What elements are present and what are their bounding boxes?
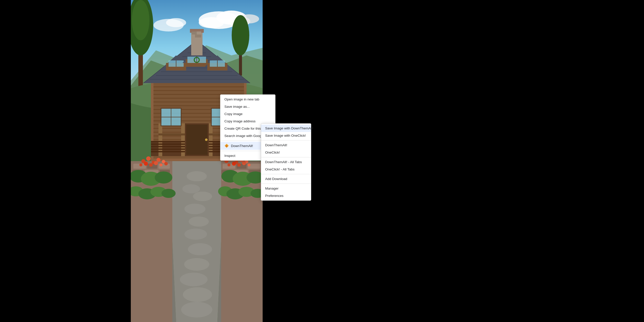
manager-item[interactable]: Manager [261,185,311,192]
copy-image-address-label: Copy image address [224,119,256,123]
secondary-divider-1 [261,140,311,140]
svg-point-144 [232,162,236,166]
left-panel [0,0,131,322]
open-image-new-tab-label: Open image in new tab [224,97,259,101]
page-wrapper: Open image in new tab Save image as... C… [0,0,644,322]
downthemall-all-tabs-item[interactable]: DownThemAll! - All Tabs [261,158,311,166]
svg-rect-69 [191,34,195,38]
svg-point-147 [248,163,251,166]
svg-point-146 [242,161,246,165]
svg-point-99 [184,204,206,214]
save-image-oneclick-label: Save Image with OneClick! [265,134,306,137]
svg-point-130 [156,158,160,162]
svg-point-92 [205,138,208,141]
svg-point-13 [132,0,149,40]
preferences-item[interactable]: Preferences [261,192,311,199]
svg-point-143 [227,163,230,166]
svg-point-97 [182,184,200,193]
oneclick-all-tabs-item[interactable]: OneClick! - All Tabs [261,166,311,173]
image-area [131,0,263,322]
svg-point-96 [187,171,207,181]
manager-label: Manager [265,187,278,190]
svg-point-103 [184,258,209,271]
svg-rect-70 [195,34,201,38]
svg-point-15 [232,15,249,55]
downthemall-icon: D [224,144,229,148]
inspect-label: Inspect [224,154,235,158]
save-image-downthemall-label: Save Image with DownThemAll! [265,126,313,130]
oneclick-label: OneClick! [265,151,280,154]
svg-point-105 [183,287,212,302]
svg-point-145 [237,163,241,167]
svg-point-101 [184,229,207,240]
svg-point-157 [162,189,176,198]
secondary-divider-4 [261,184,311,184]
svg-point-100 [189,217,209,227]
svg-point-128 [146,156,151,161]
svg-point-133 [144,162,148,166]
secondary-divider-2 [261,157,311,157]
preferences-label: Preferences [265,194,284,198]
oneclick-all-tabs-label: OneClick! - All Tabs [265,167,295,171]
add-download-label: Add Download [265,177,287,181]
svg-point-102 [188,243,212,255]
svg-text:D: D [226,145,228,147]
save-image-downthemall-item[interactable]: Save Image with DownThemAll! [261,125,311,132]
svg-point-135 [154,161,158,165]
right-panel [263,0,644,322]
save-image-as-item[interactable]: Save image as... [220,103,275,110]
add-download-item[interactable]: Add Download [261,175,311,183]
svg-rect-68 [197,31,201,34]
svg-point-136 [159,163,163,166]
svg-rect-91 [186,125,208,155]
secondary-divider-3 [261,174,311,174]
svg-point-106 [181,302,212,317]
search-image-google-label: Search image with Google [224,134,264,138]
svg-point-132 [139,163,142,166]
downthemall-all-tabs-label: DownThemAll! - All Tabs [265,160,302,164]
svg-point-104 [180,273,208,286]
svg-point-134 [149,163,153,167]
oneclick-item[interactable]: OneClick! [261,149,311,156]
open-image-new-tab-item[interactable]: Open image in new tab [220,96,275,103]
save-image-as-label: Save image as... [224,105,250,109]
downthemall-label: DownThemAll! [231,144,253,148]
svg-point-4 [199,17,224,28]
copy-image-item[interactable]: Copy image [220,110,275,118]
context-menu-secondary: Save Image with DownThemAll! Save Image … [261,123,311,201]
save-image-oneclick-item[interactable]: Save Image with OneClick! [261,132,311,139]
svg-rect-67 [192,31,197,34]
copy-image-label: Copy image [224,112,243,116]
svg-point-150 [155,171,172,184]
svg-point-137 [164,162,168,165]
downthemall-sub-label: DownThemAll! [265,143,287,147]
svg-point-98 [193,192,212,201]
svg-point-8 [166,18,186,27]
downthemall-sub-item[interactable]: DownThemAll! [261,141,311,149]
